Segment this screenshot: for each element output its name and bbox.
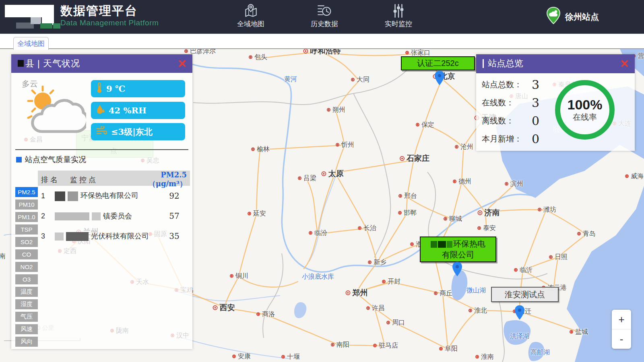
param-tab-list: PM2.5PM10PM1.0TSPSO2CONO2O3温度湿度气压风速风向 <box>15 187 38 347</box>
city-marker-icon <box>478 210 483 215</box>
col-rank: 排 名 <box>41 175 70 185</box>
param-tab-CO[interactable]: CO <box>15 249 38 259</box>
online-rate-label: 在线率 <box>573 112 597 123</box>
rank-cell: 2 <box>41 212 55 220</box>
map-label-十堰: 十堰 <box>281 353 300 361</box>
nav-label: 历史数据 <box>311 20 338 28</box>
city-marker-icon <box>281 355 285 359</box>
aqi-table-row[interactable]: 2镇委员会57 <box>38 206 190 226</box>
param-tab-O3[interactable]: O3 <box>15 274 38 284</box>
city-marker-icon <box>475 355 479 359</box>
aqi-table-body: 1环保热电有限公司922镇委员会573光伏科技有限公司35 <box>38 186 190 246</box>
city-marker-icon <box>410 243 414 246</box>
map-label-济南: 济南 <box>478 208 500 218</box>
station-pin-suqian[interactable] <box>514 305 525 320</box>
map-label-长治: 长治 <box>358 224 376 232</box>
param-tab-SO2[interactable]: SO2 <box>15 237 38 247</box>
map-label-西安: 西安 <box>213 302 235 313</box>
humidity-value: 42 %RH <box>109 105 147 115</box>
param-tab-PM1.0[interactable]: PM1.0 <box>15 212 38 222</box>
map-label-新乡: 新乡 <box>368 258 386 267</box>
map-label-大同: 大同 <box>351 76 369 84</box>
zoom-out-button[interactable]: - <box>612 329 631 349</box>
aqi-section-title: 站点空气质量实况 <box>16 154 86 165</box>
nav-item-global-map[interactable]: 全域地图 <box>225 3 277 29</box>
city-marker-icon <box>570 330 573 334</box>
city-marker-icon <box>366 306 370 310</box>
param-tab-风速[interactable]: 风速 <box>15 324 38 334</box>
param-tab-PM10[interactable]: PM10 <box>15 200 38 210</box>
map-label-邯郸: 邯郸 <box>398 209 417 217</box>
overview-panel-title: 站点总览 <box>488 58 523 70</box>
redaction-block <box>68 191 78 201</box>
station-marker-plant[interactable]: 环保热电 有限公司 <box>420 237 496 262</box>
col-pm25: PM2.5（μg/m³） <box>122 171 187 189</box>
param-tab-TSP[interactable]: TSP <box>15 224 38 234</box>
station-pin-weishanhu[interactable] <box>452 261 462 277</box>
city-marker-icon <box>322 171 326 176</box>
stat-label: 在线数： <box>482 97 532 108</box>
temperature-metric: 9 ℃ <box>91 80 185 97</box>
city-marker-icon <box>577 232 581 236</box>
map-label-青岛: 青岛 <box>577 230 596 238</box>
redaction-block <box>55 191 65 201</box>
station-pin-beijing[interactable] <box>434 70 445 86</box>
temperature-value: 9 ℃ <box>106 84 125 94</box>
map-label-黄河: 黄河 <box>284 75 297 84</box>
zoom-in-button[interactable]: + <box>612 310 631 329</box>
tab-global-map[interactable]: 全域地图 <box>13 37 49 50</box>
top-header-bar: 数据管理平台 Data Management Platform 全域地图 历史数… <box>0 0 644 34</box>
city-marker-icon <box>256 313 260 316</box>
sun-cloud-icon <box>26 86 86 138</box>
city-marker-icon <box>505 182 508 186</box>
nav-item-realtime-monitor[interactable]: 实时监控 <box>372 3 425 29</box>
aqi-table-row[interactable]: 3光伏科技有限公司35 <box>38 226 190 246</box>
wind-value: ≤3级|东北 <box>111 126 153 138</box>
param-tab-PM2.5[interactable]: PM2.5 <box>15 187 38 197</box>
overview-panel-header: 站点总览 <box>476 54 635 73</box>
weather-panel: 县 | 天气状况 多云 9 ℃ 42 <box>11 54 192 349</box>
weather-panel-title: 县 | 天气状况 <box>25 58 80 70</box>
map-label-包头: 包头 <box>249 53 267 62</box>
map-label-吕梁: 吕梁 <box>298 174 316 183</box>
map-label-榆林: 榆林 <box>251 145 270 154</box>
tab-strip: 全域地图 <box>0 34 644 49</box>
nav-item-history-data[interactable]: 历史数据 <box>298 3 351 29</box>
city-marker-icon <box>477 226 481 230</box>
site-name-cell: 光伏科技有限公司 <box>55 231 162 241</box>
param-tab-风向[interactable]: 风向 <box>15 337 38 347</box>
map-label-潍坊: 潍坊 <box>538 206 556 214</box>
map-label-沧州: 沧州 <box>455 143 473 151</box>
app-subtitle: Data Management Platform <box>60 19 159 27</box>
map-label-铜川: 铜川 <box>230 272 248 280</box>
close-icon[interactable] <box>178 59 187 68</box>
map-label-阜阳: 阜阳 <box>439 345 458 353</box>
param-tab-气压[interactable]: 气压 <box>15 312 38 322</box>
param-tab-NO2[interactable]: NO2 <box>15 262 38 272</box>
site-selector[interactable]: 徐州站点 <box>546 6 599 27</box>
site-overview-panel: 站点总览 站点总数：3在线数：3离线数：0本月新增：0 100% 在线率 <box>476 54 635 151</box>
blue-square-bullet-icon <box>16 157 22 162</box>
city-marker-icon <box>549 255 553 259</box>
map-label-微山湖: 微山湖 <box>466 286 486 295</box>
map-label-开封: 开封 <box>382 278 400 286</box>
station-marker-test-label: 淮安测试点 <box>505 289 545 300</box>
overview-stat: 站点总数：3 <box>482 78 539 91</box>
param-tab-温度[interactable]: 温度 <box>15 287 38 297</box>
stat-label: 站点总数： <box>482 79 532 90</box>
param-tab-湿度[interactable]: 湿度 <box>15 299 38 309</box>
map-label-石家庄: 石家庄 <box>400 153 429 164</box>
map-label-太原: 太原 <box>322 169 344 179</box>
station-marker-cert[interactable]: 认证二252c <box>401 56 475 70</box>
aqi-table-row[interactable]: 1环保热电有限公司92 <box>38 186 190 206</box>
station-marker-test[interactable]: 淮安测试点 <box>491 287 559 302</box>
city-marker-icon <box>434 292 438 295</box>
map-label-许昌: 许昌 <box>366 304 385 313</box>
city-marker-icon <box>184 49 188 53</box>
close-icon[interactable] <box>620 59 629 68</box>
map-label-商丘: 商丘 <box>434 289 452 298</box>
history-clock-icon <box>298 3 351 19</box>
map-label-保定: 保定 <box>416 121 434 129</box>
city-marker-icon <box>368 261 372 264</box>
site-name-cell: 环保热电有限公司 <box>55 191 162 201</box>
